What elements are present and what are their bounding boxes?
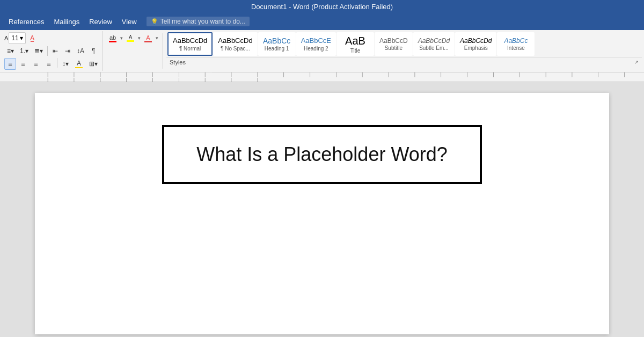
- style-intense[interactable]: AaBbCc Intense: [497, 32, 535, 56]
- separator1: [47, 46, 48, 56]
- font-bottom-row: ≡▾ 1.▾ ≣▾ ⇤ ⇥ ↕A ¶: [4, 45, 100, 57]
- sort-btn[interactable]: ↕A: [74, 45, 87, 57]
- bullets-btn[interactable]: ≡▾: [4, 45, 17, 57]
- font-size-dropdown[interactable]: 11 ▾: [9, 32, 25, 44]
- increase-indent-btn[interactable]: ⇥: [62, 45, 74, 57]
- style-subtitle[interactable]: AaBbCcD Subtitle: [375, 32, 413, 56]
- style-heading1[interactable]: AaBbCc Heading 1: [258, 32, 296, 56]
- style-heading1-preview: AaBbCc: [263, 36, 290, 46]
- font-size-display: A: [4, 35, 8, 41]
- text-box[interactable]: What Is a Placeholder Word?: [162, 125, 482, 184]
- font-color-section: ab ▾ A ▾ A ▾: [104, 31, 159, 71]
- style-heading2-label: Heading 2: [304, 46, 328, 52]
- style-emphasis[interactable]: AaBbCcDd Emphasis: [455, 32, 496, 56]
- dropdown-arrow2[interactable]: ▾: [120, 35, 123, 41]
- style-heading1-label: Heading 1: [265, 46, 289, 52]
- clear-formatting-btn[interactable]: A̲: [26, 32, 38, 44]
- styles-gallery: AaBbCcDd ¶ Normal AaBbCcDd ¶ No Spac... …: [166, 31, 642, 57]
- dropdown-arrow4[interactable]: ▾: [156, 35, 158, 41]
- font-color-btn[interactable]: ab: [106, 32, 119, 44]
- style-subtitle-preview: AaBbCcD: [379, 37, 408, 45]
- dropdown-arrow: ▾: [20, 34, 23, 42]
- styles-group-label: Styles: [170, 59, 186, 65]
- styles-expand-icon[interactable]: ↗: [634, 60, 639, 65]
- style-heading2-preview: AaBbCcE: [301, 36, 331, 45]
- style-normal-label: ¶ Normal: [179, 46, 201, 52]
- ribbon-separator-main: [163, 33, 163, 69]
- font-color-bar: [109, 41, 116, 42]
- font-color-bar2: [144, 41, 152, 42]
- styles-section: AaBbCcDd ¶ Normal AaBbCcDd ¶ No Spac... …: [166, 31, 642, 71]
- title-text: Document1 - Word (Product Activation Fai…: [251, 3, 393, 11]
- menu-view[interactable]: View: [118, 16, 141, 28]
- menu-bar: References Mailings Review View 💡 Tell m…: [0, 13, 644, 30]
- numbering-btn[interactable]: 1.▾: [17, 45, 31, 57]
- style-intense-preview: AaBbCc: [504, 37, 528, 45]
- search-box[interactable]: 💡 Tell me what you want to do...: [147, 17, 250, 26]
- text-highlight-btn[interactable]: A: [124, 32, 137, 44]
- font-color-row1: ab ▾ A ▾ A ▾: [106, 32, 158, 44]
- style-no-spacing[interactable]: AaBbCcDd ¶ No Spac...: [213, 32, 257, 56]
- ribbon: A 11 ▾ A̲ ≡▾ 1.▾ ≣▾ ⇤ ⇥ ↕A ¶ ≡: [0, 30, 644, 72]
- multilevel-btn[interactable]: ≣▾: [32, 45, 46, 57]
- font-align-row: ≡ ≡ ≡ ≡ ↕▾ A ⊞▾: [4, 58, 100, 70]
- menu-review[interactable]: Review: [85, 16, 116, 28]
- align-center-btn[interactable]: ≡: [17, 58, 29, 70]
- style-heading2[interactable]: AaBbCcE Heading 2: [296, 32, 336, 56]
- style-normal[interactable]: AaBbCcDd ¶ Normal: [167, 32, 213, 56]
- decrease-indent-btn[interactable]: ⇤: [49, 45, 61, 57]
- style-normal-preview: AaBbCcDd: [173, 36, 207, 45]
- page: What Is a Placeholder Word?: [35, 93, 609, 334]
- menu-mailings[interactable]: Mailings: [49, 16, 84, 28]
- style-emphasis-label: Emphasis: [464, 45, 488, 51]
- document-area: What Is a Placeholder Word?: [0, 82, 644, 337]
- align-right-btn[interactable]: ≡: [30, 58, 42, 70]
- style-subtle-em-preview: AaBbCcDd: [418, 37, 450, 45]
- shading-color-bar: [75, 67, 83, 68]
- align-justify-btn[interactable]: ≡: [43, 58, 55, 70]
- font-top-row: A 11 ▾ A̲: [4, 32, 100, 44]
- dropdown-arrow3[interactable]: ▾: [138, 35, 141, 41]
- ribbon-toolbar: A 11 ▾ A̲ ≡▾ 1.▾ ≣▾ ⇤ ⇥ ↕A ¶ ≡: [0, 30, 644, 72]
- ruler: | | | | | | | | | | | | | | | | | | | | …: [0, 72, 644, 82]
- style-title-label: Title: [350, 48, 361, 54]
- font-size-value: 11: [11, 34, 18, 42]
- document-content: What Is a Placeholder Word?: [196, 143, 448, 166]
- style-intense-label: Intense: [507, 45, 525, 51]
- style-title-preview: AaB: [345, 34, 365, 47]
- title-bar: Document1 - Word (Product Activation Fai…: [0, 0, 644, 13]
- font-color-btn2[interactable]: A: [142, 32, 155, 44]
- styles-label-row: Styles ↗: [166, 57, 642, 67]
- style-no-spacing-preview: AaBbCcDd: [218, 36, 252, 45]
- search-icon: 💡: [151, 18, 158, 25]
- style-no-spacing-label: ¶ No Spac...: [221, 46, 250, 52]
- style-emphasis-preview: AaBbCcDd: [460, 37, 492, 45]
- align-left-btn[interactable]: ≡: [4, 58, 16, 70]
- style-title[interactable]: AaB Title: [336, 32, 374, 56]
- menu-references[interactable]: References: [4, 16, 48, 28]
- shading-btn[interactable]: A: [72, 58, 85, 70]
- style-subtle-em-label: Subtle Em...: [419, 45, 448, 51]
- font-section: A 11 ▾ A̲ ≡▾ 1.▾ ≣▾ ⇤ ⇥ ↕A ¶ ≡: [2, 31, 103, 71]
- style-subtitle-label: Subtitle: [385, 45, 402, 51]
- highlight-color-bar: [127, 40, 134, 42]
- style-subtle-em[interactable]: AaBbCcDd Subtle Em...: [413, 32, 455, 56]
- borders-btn[interactable]: ⊞▾: [86, 58, 100, 70]
- line-spacing-btn[interactable]: ↕▾: [60, 58, 71, 70]
- show-marks-btn[interactable]: ¶: [87, 45, 99, 57]
- separator2: [57, 58, 57, 68]
- search-placeholder: Tell me what you want to do...: [160, 18, 245, 25]
